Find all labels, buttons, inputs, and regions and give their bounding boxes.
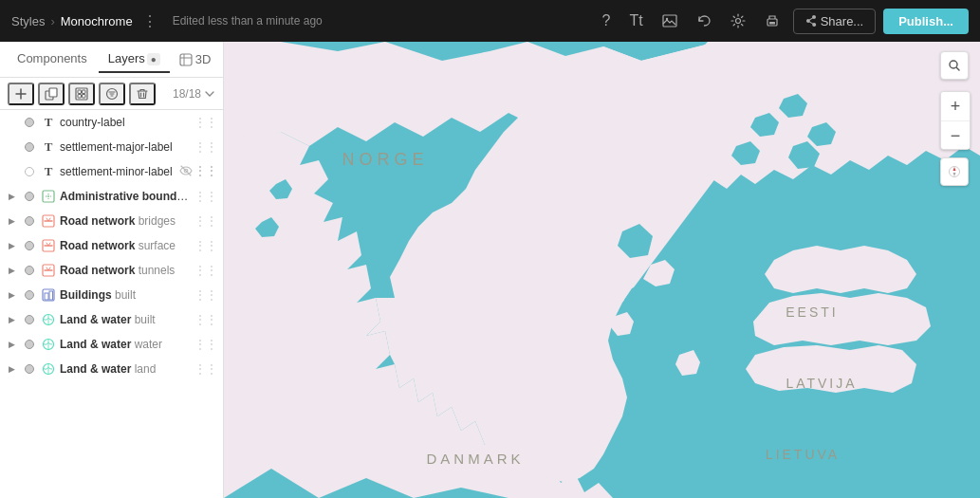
text-layer-icon: T: [40, 163, 57, 180]
expand-icon[interactable]: ▶: [4, 238, 19, 253]
drag-handle[interactable]: ⋮⋮: [194, 140, 217, 154]
svg-rect-5: [180, 54, 192, 65]
layer-name: Road network surface: [60, 239, 192, 252]
zoom-in-button[interactable]: +: [941, 92, 970, 120]
font-button[interactable]: Tt: [623, 9, 648, 33]
settings-button[interactable]: [725, 9, 751, 32]
drag-handle[interactable]: ⋮⋮: [194, 190, 217, 203]
expand-icon[interactable]: ▶: [4, 337, 19, 352]
road-surface-icon: [40, 237, 57, 254]
expand-icon[interactable]: ▶: [4, 213, 19, 229]
topbar: Styles › Monochrome ⋮ Edited less than a…: [0, 0, 980, 42]
svg-text:LATVIJA: LATVIJA: [786, 376, 857, 391]
drag-handle[interactable]: ⋮⋮: [194, 116, 217, 129]
tab-3d[interactable]: 3D: [172, 46, 219, 72]
share-button[interactable]: Share...: [793, 9, 877, 34]
list-item[interactable]: ▶ Land & water land ⋮⋮: [0, 357, 223, 381]
expand-icon[interactable]: ▶: [4, 287, 19, 303]
drag-handle[interactable]: ⋮⋮: [194, 288, 217, 302]
style-menu-button[interactable]: ⋮: [142, 12, 157, 30]
map-area[interactable]: NORGE EESTI LATVIJA LIETUVA DANMARK + −: [224, 42, 980, 498]
panel-tabs: Components Layers● 3D: [0, 42, 223, 78]
layer-name: Administrative boundaries admin: [60, 190, 192, 203]
expand-icon[interactable]: ▶: [4, 361, 19, 377]
admin-boundaries-icon: [40, 188, 57, 205]
search-map-button[interactable]: [940, 51, 969, 80]
visibility-toggle[interactable]: [22, 287, 37, 303]
list-item[interactable]: ▶ Road network bridges ⋮⋮: [0, 209, 223, 233]
layer-name: Road network tunnels: [60, 264, 192, 277]
list-item[interactable]: ▶ Buildings built ⋮⋮: [0, 283, 223, 307]
tab-components[interactable]: Components: [8, 46, 97, 73]
svg-rect-20: [45, 293, 48, 300]
list-item[interactable]: ▶ Road network tunnels ⋮⋮: [0, 258, 223, 283]
undo-button[interactable]: [691, 9, 717, 32]
layer-name: country-label: [60, 116, 192, 129]
tab-layers[interactable]: Layers●: [99, 46, 170, 73]
map-controls: + −: [940, 51, 971, 186]
compass-button[interactable]: [940, 157, 969, 186]
drag-icon: ⋮⋮: [194, 164, 217, 180]
drag-handle[interactable]: ⋮⋮: [194, 239, 217, 252]
drag-handle[interactable]: ⋮⋮: [194, 264, 217, 277]
drag-handle[interactable]: ⋮⋮: [194, 214, 217, 228]
filter-layer-button[interactable]: [99, 83, 125, 105]
add-layer-button[interactable]: [8, 83, 34, 105]
layer-toolbar: 18/18: [0, 78, 223, 110]
svg-rect-12: [83, 94, 86, 98]
hide-icon: [179, 164, 193, 180]
layer-name: Land & water built: [60, 313, 192, 326]
layer-name: settlement-major-label: [60, 140, 192, 154]
list-item[interactable]: T settlement-minor-label ⋮⋮: [0, 159, 223, 184]
visibility-toggle[interactable]: [22, 361, 37, 377]
expand-icon[interactable]: ▶: [4, 312, 19, 327]
last-edited-text: Edited less than a minute ago: [173, 14, 323, 28]
map-svg: NORGE EESTI LATVIJA LIETUVA DANMARK: [224, 42, 980, 498]
buildings-icon: [40, 286, 57, 304]
visibility-toggle[interactable]: [22, 312, 37, 327]
image-button[interactable]: [656, 9, 683, 32]
visibility-toggle[interactable]: [22, 238, 37, 253]
svg-rect-9: [78, 90, 82, 94]
layers-badge: ●: [147, 53, 160, 65]
publish-button[interactable]: Publish...: [883, 9, 969, 34]
drag-handle[interactable]: ⋮⋮: [194, 338, 217, 351]
visibility-toggle[interactable]: [22, 115, 37, 130]
expand-icon: [4, 115, 19, 130]
visibility-toggle[interactable]: [22, 213, 37, 229]
land-water-built-icon: [40, 311, 57, 328]
print-button[interactable]: [759, 9, 786, 32]
text-layer-icon: T: [40, 114, 57, 131]
expand-icon[interactable]: ▶: [4, 189, 19, 204]
list-item[interactable]: T country-label ⋮⋮: [0, 110, 223, 135]
drag-handle[interactable]: ⋮⋮: [194, 362, 217, 376]
list-item[interactable]: T settlement-major-label ⋮⋮: [0, 135, 223, 159]
delete-layer-button[interactable]: [129, 83, 156, 105]
expand-icon[interactable]: ▶: [4, 263, 19, 278]
svg-text:DANMARK: DANMARK: [426, 451, 524, 467]
svg-rect-10: [83, 90, 86, 94]
visibility-toggle[interactable]: [22, 139, 37, 155]
road-tunnels-icon: [40, 262, 57, 279]
road-network-icon: [40, 212, 57, 230]
visibility-toggle[interactable]: [22, 263, 37, 278]
styles-link[interactable]: Styles: [11, 14, 45, 28]
list-item[interactable]: ▶ Road network surface ⋮⋮: [0, 233, 223, 258]
svg-text:NORGE: NORGE: [342, 150, 428, 169]
visibility-toggle[interactable]: [22, 189, 37, 204]
help-button[interactable]: ?: [597, 9, 617, 33]
list-item[interactable]: ▶ Land & water water ⋮⋮: [0, 332, 223, 357]
duplicate-layer-button[interactable]: [38, 83, 65, 105]
group-layers-button[interactable]: [68, 83, 95, 105]
drag-handle[interactable]: ⋮⋮: [194, 313, 217, 326]
svg-rect-21: [49, 291, 53, 300]
visibility-toggle[interactable]: [22, 337, 37, 352]
zoom-control-group: + −: [940, 91, 971, 150]
zoom-out-button[interactable]: −: [941, 120, 970, 149]
list-item[interactable]: ▶ Land & water built ⋮⋮: [0, 307, 223, 332]
svg-text:EESTI: EESTI: [786, 304, 838, 320]
list-item[interactable]: ▶ Administrative boundaries admin ⋮⋮: [0, 184, 223, 209]
current-style-title: Monochrome: [61, 14, 133, 28]
visibility-toggle[interactable]: [22, 164, 37, 179]
svg-point-2: [735, 19, 740, 24]
